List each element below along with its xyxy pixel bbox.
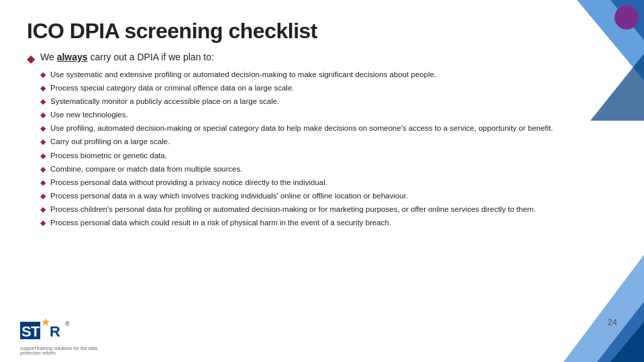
bullet-icon: ◆	[40, 178, 46, 187]
bullet-text: Use profiling, automated decision-making…	[50, 123, 553, 133]
sub-bullets-list: ◆ Use systematic and extensive profiling…	[40, 69, 617, 228]
bullet-text: Process biometric or genetic data.	[50, 150, 167, 161]
bullet-icon: ◆	[40, 111, 46, 119]
bullet-text: Systematically monitor a publicly access…	[50, 96, 279, 107]
bullet-icon: ◆	[40, 137, 46, 146]
list-item: ◆ Carry out profiling on a large scale.	[40, 136, 617, 147]
title-area: ICO DPIA screening checklist	[0, 0, 644, 49]
page-title: ICO DPIA screening checklist	[27, 19, 617, 44]
svg-marker-5	[610, 322, 644, 362]
svg-text:T: T	[31, 323, 40, 340]
list-item: ◆ Process children's personal data for p…	[40, 204, 617, 215]
content-area: ◆ We always carry out a DPIA if we plan …	[0, 49, 644, 228]
list-item: ◆ Process personal data without providin…	[40, 177, 617, 188]
bullet-text: Use systematic and extensive profiling o…	[50, 69, 436, 80]
svg-text:R: R	[50, 323, 60, 340]
list-item: ◆ Process personal data in a way which i…	[40, 190, 617, 201]
list-item: ◆ Use new technologies.	[40, 109, 617, 120]
logo-tagline: support training solutions for the data …	[20, 346, 101, 355]
list-item: ◆ Process personal data which could resu…	[40, 217, 617, 228]
svg-marker-4	[597, 302, 644, 362]
bullet-icon: ◆	[40, 70, 46, 79]
bullet-text: Process special category data or crimina…	[50, 82, 294, 93]
list-item: ◆ Use profiling, automated decision-maki…	[40, 123, 617, 133]
main-bullet: ◆ We always carry out a DPIA if we plan …	[27, 52, 617, 65]
bullet-icon: ◆	[40, 97, 46, 106]
bullet-icon: ◆	[40, 205, 46, 214]
logo: S T ★ R ®	[20, 316, 80, 345]
logo-area: S T ★ R ® support training solutions for…	[20, 316, 101, 355]
svg-marker-3	[564, 255, 644, 362]
main-bullet-text: We always carry out a DPIA if we plan to…	[40, 52, 214, 62]
list-item: ◆ Combine, compare or match data from mu…	[40, 164, 617, 174]
bullet-icon: ◆	[40, 84, 46, 93]
bullet-text: Process personal data which could result…	[50, 217, 391, 228]
svg-text:®: ®	[65, 320, 70, 327]
purple-circle-decoration	[614, 5, 639, 29]
bullet-icon: ◆	[40, 165, 46, 174]
bullet-icon: ◆	[40, 219, 46, 227]
main-bullet-icon: ◆	[27, 52, 35, 65]
page: ICO DPIA screening checklist ◆ We always…	[0, 0, 644, 362]
star-logo-svg: S T ★ R ®	[20, 316, 80, 345]
bullet-text: Use new technologies.	[50, 109, 128, 120]
bullet-text: Process personal data without providing …	[50, 177, 327, 188]
bullet-text: Combine, compare or match data from mult…	[50, 164, 242, 174]
bullet-icon: ◆	[40, 152, 46, 160]
svg-text:S: S	[21, 323, 32, 340]
bullet-icon: ◆	[40, 124, 46, 133]
page-number: 24	[608, 317, 617, 327]
bullet-text: Process children's personal data for pro…	[50, 204, 536, 215]
list-item: ◆ Systematically monitor a publicly acce…	[40, 96, 617, 107]
list-item: ◆ Process biometric or genetic data.	[40, 150, 617, 161]
bullet-text: Carry out profiling on a large scale.	[50, 136, 170, 147]
list-item: ◆ Process special category data or crimi…	[40, 82, 617, 93]
bullet-icon: ◆	[40, 192, 46, 200]
bullet-text: Process personal data in a way which inv…	[50, 190, 408, 201]
svg-text:★: ★	[41, 316, 50, 328]
list-item: ◆ Use systematic and extensive profiling…	[40, 69, 617, 80]
